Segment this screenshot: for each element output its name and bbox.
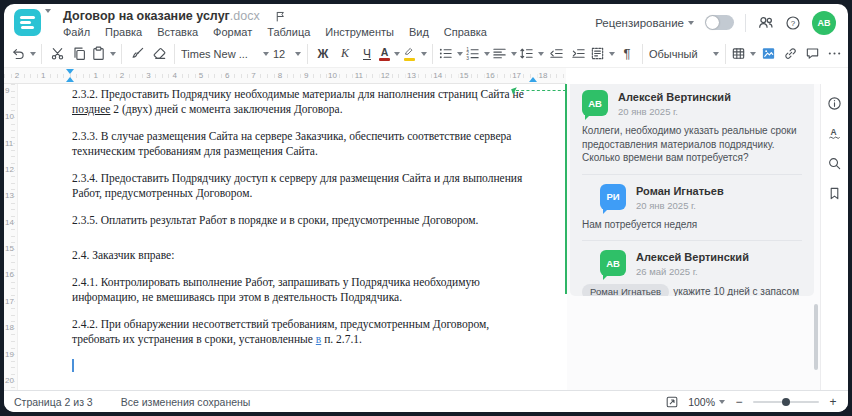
cut-button[interactable] [46, 43, 68, 65]
indent-button[interactable] [567, 43, 589, 65]
line-spacing-button[interactable] [518, 43, 545, 65]
comment[interactable]: АВАлексей Вертинский20 янв 2025 г.Коллег… [582, 90, 802, 165]
toolbar-separator [642, 44, 643, 64]
insert-image-button[interactable] [757, 43, 779, 65]
save-status: Все изменения сохранены [121, 396, 251, 408]
outdent-button[interactable] [545, 43, 567, 65]
page-indicator[interactable]: Страница 2 из 3 [14, 396, 93, 408]
format-painter-button[interactable] [126, 43, 148, 65]
menu-item-таблица[interactable]: Таблица [267, 26, 310, 38]
align-button[interactable] [491, 43, 518, 65]
undo-icon [11, 46, 26, 61]
numbered-list-button[interactable]: 123 [464, 43, 491, 65]
paragraph-style-combo[interactable]: Обычный [647, 48, 721, 60]
chevron-down-icon [719, 400, 725, 404]
underline-button[interactable]: Ч [356, 43, 378, 65]
menu-item-вид[interactable]: Вид [409, 26, 429, 38]
insert-comment-icon [805, 46, 820, 61]
comment-reply[interactable]: АВАлексей Вертинский26 май 2025 г.Роман … [582, 250, 802, 296]
zoom-out-button[interactable]: − [734, 395, 744, 409]
text-run: 2.4.2. При обнаружении несоответствий тр… [72, 318, 489, 345]
review-mode-dropdown[interactable]: Рецензирование [595, 17, 694, 29]
paste-button[interactable] [90, 43, 117, 65]
user-avatar[interactable]: АВ [812, 11, 836, 35]
search-icon[interactable] [827, 156, 842, 171]
document-text[interactable]: 2.3.2. Предоставить Подрядчику необходим… [72, 87, 534, 386]
highlight-icon [402, 46, 417, 61]
fit-width-icon[interactable] [665, 395, 679, 409]
text-run: 2.3.4. Предоставить Подрядчику доступ к … [72, 172, 522, 199]
copy-icon [72, 46, 87, 61]
comment-header: РИРоман Игнатьев20 янв 2025 г. [600, 184, 802, 211]
app-header: Договор на оказание услуг .docx ФайлПрав… [4, 4, 848, 40]
menu-item-инструменты[interactable]: Инструменты [325, 26, 394, 38]
favorite-flag-icon[interactable] [274, 10, 287, 23]
menu-item-файл[interactable]: Файл [63, 26, 90, 38]
document-page[interactable]: 2.3.2. Предоставить Подрядчику необходим… [18, 84, 566, 390]
mention-pill[interactable]: Роман Игнатьев [582, 284, 669, 296]
horizontal-ruler[interactable]: 12123456789101112131415161718 [4, 68, 566, 84]
chevron-down-icon [110, 52, 116, 56]
comment-thread-card[interactable]: АВАлексей Вертинский20 янв 2025 г.Коллег… [570, 84, 814, 296]
right-sidebar: А [820, 84, 848, 390]
font-size-combo[interactable]: 12 [271, 48, 303, 60]
ruler-number: 10 [327, 71, 338, 80]
paragraph: 2.3.4. Предоставить Подрядчику доступ к … [72, 171, 534, 201]
ruler-number: 1 [93, 71, 99, 80]
more-button[interactable] [823, 43, 845, 65]
undo-button[interactable] [10, 43, 37, 65]
paragraph: 2.3.2. Предоставить Подрядчику необходим… [72, 87, 534, 117]
insert-image-icon [761, 46, 776, 61]
bold-button[interactable]: Ж [312, 43, 334, 65]
align-icon [492, 46, 507, 61]
highlight-button[interactable] [401, 43, 428, 65]
link-button[interactable] [779, 43, 801, 65]
info-icon[interactable] [827, 96, 842, 111]
paragraph: 2.3.5. Оплатить результат Работ в порядк… [72, 213, 534, 228]
menu-item-вставка[interactable]: Вставка [157, 26, 198, 38]
eraser-button[interactable] [148, 43, 170, 65]
vertical-ruler[interactable]: 91011121314151617181920 [4, 84, 18, 390]
italic-button[interactable]: К [334, 43, 356, 65]
logo-caret-icon[interactable] [45, 9, 51, 13]
chevron-down-icon [421, 52, 427, 56]
vertical-scrollbar[interactable] [814, 304, 818, 370]
help-icon[interactable]: ? [785, 15, 801, 31]
text-run: 2.4.1. Контролировать выполнение Работ, … [72, 276, 480, 303]
spellcheck-icon[interactable]: А [827, 126, 842, 141]
first-line-indent-marker[interactable] [66, 69, 74, 74]
font-color-button[interactable]: А [378, 43, 401, 65]
insert-comment-button[interactable] [801, 43, 823, 65]
zoom-value-dropdown[interactable]: 100% [688, 396, 725, 408]
copy-button[interactable] [68, 43, 90, 65]
ruler-number: 13 [5, 191, 14, 200]
ruler-number: 10 [5, 112, 14, 121]
paragraph-spacer [72, 240, 534, 248]
menu-item-справка[interactable]: Справка [444, 26, 487, 38]
paragraph: 2.3.3. В случае размещения Сайта на серв… [72, 129, 534, 159]
left-indent-marker[interactable] [66, 77, 74, 82]
ruler-number: 2 [119, 71, 125, 80]
menu-item-правка[interactable]: Правка [105, 26, 142, 38]
right-indent-marker[interactable] [529, 77, 537, 82]
comment-text: Нам потребуется неделя [582, 218, 802, 232]
toolbar-separator [432, 44, 433, 64]
review-toggle[interactable] [705, 15, 734, 30]
font-name-combo[interactable]: Times New ... [179, 48, 271, 60]
bullet-list-button[interactable] [437, 43, 464, 65]
comment-meta: Роман Игнатьев20 янв 2025 г. [636, 184, 724, 211]
zoom-slider[interactable] [753, 401, 819, 403]
pilcrow-button[interactable]: ¶ [616, 43, 638, 65]
app-window: Договор на оказание услуг .docx ФайлПрав… [4, 4, 848, 412]
table-button[interactable] [730, 43, 757, 65]
document-title[interactable]: Договор на оказание услуг [63, 9, 230, 23]
collaborators-icon[interactable] [757, 14, 774, 31]
zoom-in-button[interactable]: + [828, 395, 838, 409]
comment-reply[interactable]: РИРоман Игнатьев20 янв 2025 г.Нам потреб… [582, 184, 802, 232]
bookmark-icon[interactable] [827, 186, 842, 201]
zoom-slider-handle[interactable] [782, 398, 790, 406]
menu-item-формат[interactable]: Формат [213, 26, 252, 38]
ruler-number: 15 [5, 244, 14, 253]
paragraph-settings-button[interactable] [589, 43, 616, 65]
app-logo[interactable] [14, 9, 41, 36]
